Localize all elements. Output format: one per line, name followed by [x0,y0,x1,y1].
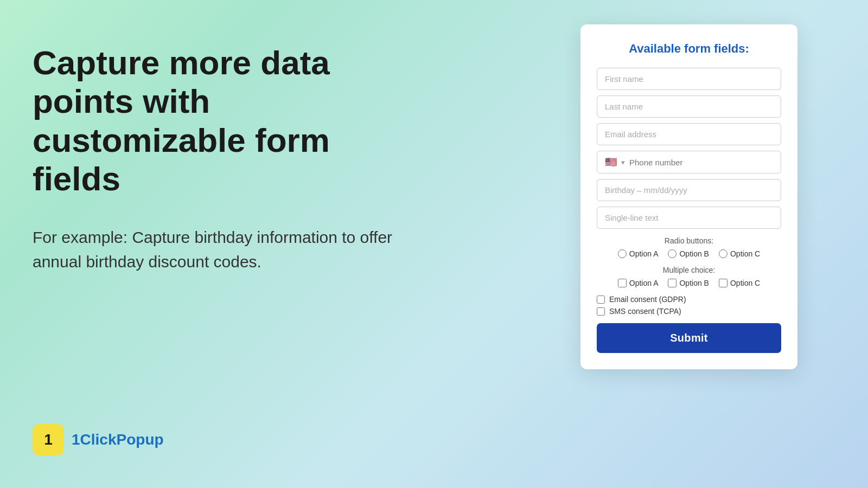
email-consent-label: Email consent (GDPR) [609,295,686,304]
radio-group: Option A Option B Option C [597,249,781,258]
checkbox-input-b[interactable] [668,279,676,287]
checkbox-input-a[interactable] [618,279,627,287]
radio-option-c[interactable]: Option C [719,249,760,258]
checkbox-label: Multiple choice: [597,266,781,274]
checkbox-label-c: Option C [730,279,760,287]
checkbox-group: Option A Option B Option C [597,279,781,287]
form-card: Available form fields: 🇺🇸 ▾ Radio button… [580,24,797,369]
form-title: Available form fields: [597,42,781,56]
checkbox-section: Multiple choice: Option A Option B Optio… [597,266,781,287]
logo-icon: 1 [33,424,64,455]
radio-input-c[interactable] [719,249,727,258]
single-line-field [597,207,781,229]
single-line-input[interactable] [597,207,781,229]
checkbox-label-b: Option B [679,279,709,287]
sub-text: For example: Capture birthday informatio… [33,225,412,274]
phone-input-wrapper: 🇺🇸 ▾ [597,151,781,174]
radio-option-b[interactable]: Option B [668,249,709,258]
logo-area: 1 1ClickPopup [33,424,164,455]
last-name-field [597,95,781,118]
submit-button[interactable]: Submit [597,323,781,353]
radio-input-b[interactable] [668,249,676,258]
birthday-input[interactable] [597,179,781,201]
phone-field: 🇺🇸 ▾ [597,151,781,174]
sms-consent-label: SMS consent (TCPA) [609,307,681,316]
left-section: Capture more data points with customizab… [33,43,412,274]
email-input[interactable] [597,123,781,145]
phone-divider: ▾ [621,158,625,166]
radio-label: Radio buttons: [597,236,781,245]
main-heading: Capture more data points with customizab… [33,43,412,198]
radio-label-c: Option C [730,249,760,258]
flag-icon: 🇺🇸 [605,157,617,167]
sms-consent-item[interactable]: SMS consent (TCPA) [597,307,781,316]
last-name-input[interactable] [597,95,781,118]
radio-label-a: Option A [629,249,659,258]
first-name-field [597,68,781,90]
birthday-field [597,179,781,201]
radio-label-b: Option B [679,249,709,258]
checkbox-label-a: Option A [629,279,659,287]
consent-group: Email consent (GDPR) SMS consent (TCPA) [597,295,781,316]
checkbox-input-c[interactable] [719,279,727,287]
phone-input[interactable] [629,158,773,167]
radio-section: Radio buttons: Option A Option B Option … [597,236,781,258]
email-field [597,123,781,145]
radio-input-a[interactable] [618,249,627,258]
logo-text: 1ClickPopup [72,431,164,448]
checkbox-option-c[interactable]: Option C [719,279,760,287]
sms-consent-checkbox[interactable] [597,307,605,316]
email-consent-checkbox[interactable] [597,296,605,304]
radio-option-a[interactable]: Option A [618,249,659,258]
checkbox-option-a[interactable]: Option A [618,279,659,287]
checkbox-option-b[interactable]: Option B [668,279,709,287]
email-consent-item[interactable]: Email consent (GDPR) [597,295,781,304]
first-name-input[interactable] [597,68,781,90]
